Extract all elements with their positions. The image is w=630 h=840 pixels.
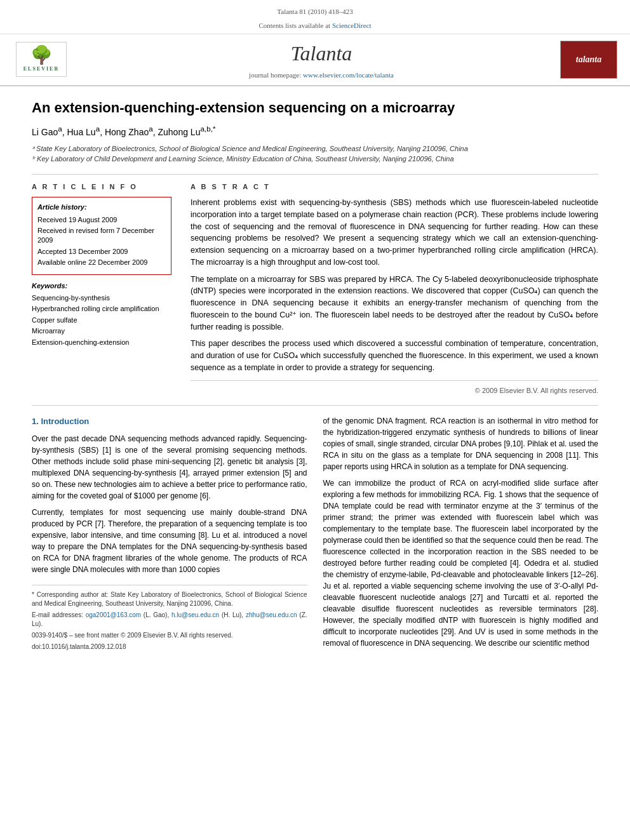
history-label: Article history: — [37, 203, 166, 212]
copyright-line: © 2009 Elsevier B.V. All rights reserved… — [191, 380, 598, 396]
talanta-logo-box: talanta — [560, 41, 617, 79]
keyword-1: Sequencing-by-synthesis — [32, 293, 171, 303]
abstract-para-2: The template on a microarray for SBS was… — [191, 274, 598, 333]
abstract-col: A B S T R A C T Inherent problems exist … — [191, 182, 598, 396]
body-col-left: 1. Introduction Over the past decade DNA… — [32, 415, 307, 654]
body-col-right: of the genomic DNA fragment. RCA reactio… — [323, 415, 599, 654]
journal-title-row: 🌳 ELSEVIER Talanta journal homepage: www… — [0, 34, 630, 85]
affiliation-a: ᵃ State Key Laboratory of Bioelectronics… — [32, 143, 598, 154]
body-section: 1. Introduction Over the past decade DNA… — [32, 415, 598, 654]
homepage-label: journal homepage: — [249, 71, 301, 79]
email2-name: (H. Lu), — [222, 611, 243, 618]
divider2 — [32, 405, 598, 406]
email-label: E-mail addresses: — [32, 611, 83, 618]
section-title-text: Introduction — [41, 417, 89, 426]
author-sup-a3: a — [149, 124, 152, 133]
talanta-logo-text: talanta — [576, 53, 601, 66]
divider — [32, 174, 598, 175]
footnote-section: * Corresponding author at: State Key Lab… — [32, 585, 307, 651]
author-sup-ab: a,b,* — [200, 124, 215, 133]
keyword-4: Microarray — [32, 326, 171, 336]
email1-link[interactable]: oga2001@163.com — [86, 611, 141, 618]
authors: Li Gaoa, Hua Lua, Hong Zhaoa, Zuhong Lua… — [32, 124, 598, 138]
intro-para-3: of the genomic DNA fragment. RCA reactio… — [323, 415, 599, 472]
doi-line: doi:10.1016/j.talanta.2009.12.018 — [32, 643, 307, 651]
email1-name: (L. Gao), — [144, 611, 169, 618]
keyword-2: Hyperbranched rolling circle amplificati… — [32, 304, 171, 314]
author-sup-a1: a — [58, 124, 62, 133]
abstract-text: Inherent problems exist with sequencing-… — [191, 197, 598, 374]
affiliations: ᵃ State Key Laboratory of Bioelectronics… — [32, 143, 598, 164]
available-date: Available online 22 December 2009 — [37, 258, 166, 267]
received-date: Received 19 August 2009 — [37, 215, 166, 225]
abstract-para-1: Inherent problems exist with sequencing-… — [191, 197, 598, 269]
email3-link[interactable]: zhhu@seu.edu.cn — [246, 611, 297, 618]
article-info-header: A R T I C L E I N F O — [32, 182, 171, 192]
intro-para-4: We can immobilize the product of RCA on … — [323, 477, 599, 649]
affiliation-b: ᵇ Key Laboratory of Child Development an… — [32, 154, 598, 164]
accepted-date: Accepted 13 December 2009 — [37, 247, 166, 257]
journal-homepage: journal homepage: www.elsevier.com/locat… — [83, 70, 560, 80]
homepage-url[interactable]: www.elsevier.com/locate/talanta — [303, 71, 394, 79]
contents-label: Contents lists available at — [258, 22, 330, 29]
abstract-para-3: This paper describes the process used wh… — [191, 338, 598, 373]
elsevier-logo: 🌳 ELSEVIER — [13, 41, 70, 79]
issn-line: 0039-9140/$ – see front matter © 2009 El… — [32, 631, 307, 640]
abstract-header: A B S T R A C T — [191, 182, 598, 192]
article-meta-section: A R T I C L E I N F O Article history: R… — [32, 182, 598, 396]
main-content: An extension-quenching-extension sequenc… — [0, 86, 630, 667]
intro-para-2: Currently, templates for most sequencing… — [32, 507, 307, 575]
journal-name: Talanta — [83, 39, 560, 68]
elsevier-text: ELSEVIER — [23, 65, 59, 72]
article-info-col: A R T I C L E I N F O Article history: R… — [32, 182, 171, 396]
intro-section-title: 1. Introduction — [32, 415, 307, 428]
intro-para-1: Over the past decade DNA sequencing meth… — [32, 433, 307, 502]
journal-header: Talanta 81 (2010) 418–423 Contents lists… — [0, 0, 630, 86]
keyword-5: Extension-quenching-extension — [32, 338, 171, 347]
article-title: An extension-quenching-extension sequenc… — [32, 99, 598, 117]
keyword-3: Copper sulfate — [32, 316, 171, 325]
keywords-label: Keywords: — [32, 281, 171, 291]
email2-link[interactable]: h.lu@seu.edu.cn — [171, 611, 219, 618]
article-history-box: Article history: Received 19 August 2009… — [32, 197, 171, 274]
keywords-box: Keywords: Sequencing-by-synthesis Hyperb… — [32, 281, 171, 347]
contents-bar: Contents lists available at ScienceDirec… — [0, 18, 630, 34]
email-addresses: E-mail addresses: oga2001@163.com (L. Ga… — [32, 611, 307, 629]
section-number: 1. — [32, 417, 41, 426]
author-sup-a2: a — [96, 124, 100, 133]
journal-citation: Talanta 81 (2010) 418–423 — [0, 5, 630, 18]
sciencedirect-link[interactable]: ScienceDirect — [332, 22, 372, 29]
journal-center: Talanta journal homepage: www.elsevier.c… — [83, 39, 560, 80]
corresponding-author: * Corresponding author at: State Key Lab… — [32, 590, 307, 608]
elsevier-tree-icon: 🌳 — [30, 46, 53, 64]
revised-date: Received in revised form 7 December 2009 — [37, 226, 166, 246]
